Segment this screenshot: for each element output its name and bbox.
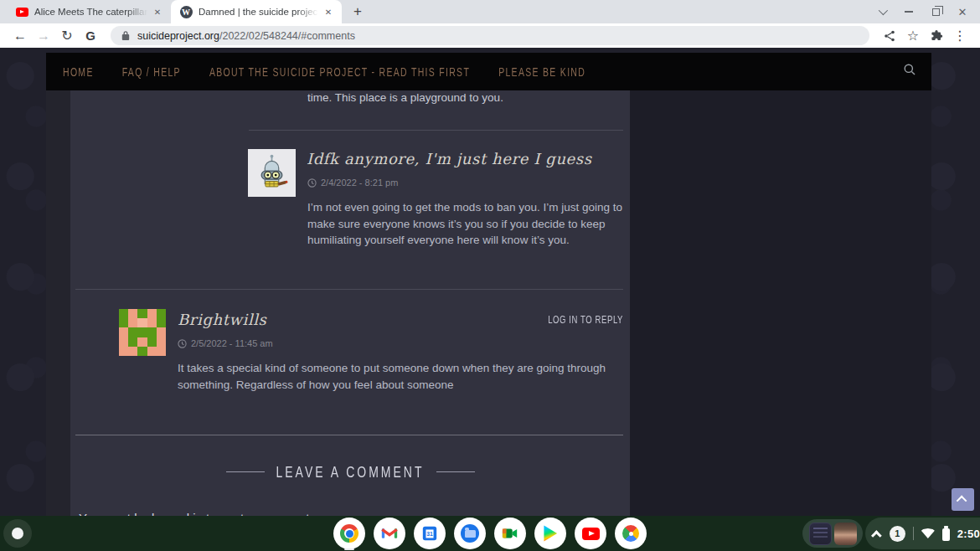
battery-icon bbox=[942, 528, 950, 541]
tab-alice-caterpillar[interactable]: Alice Meets The caterpillar - Alic ✕ bbox=[7, 0, 171, 23]
holding-space-tote[interactable] bbox=[802, 519, 863, 548]
clock-icon bbox=[307, 178, 317, 188]
tab-close-icon[interactable]: ✕ bbox=[322, 5, 335, 18]
comment-timestamp: 2/5/2022 - 11:45 am bbox=[191, 338, 273, 348]
partial-comment-text: time. This place is a playground to you. bbox=[307, 91, 503, 104]
comments-section: time. This place is a playground to you. bbox=[70, 90, 630, 516]
google-g-icon[interactable]: G bbox=[79, 25, 102, 47]
tab-suicide-project[interactable]: W Damned | the suicide project - su ✕ bbox=[171, 0, 342, 23]
chrome-running-indicator bbox=[344, 548, 354, 550]
chrome-app-icon[interactable] bbox=[333, 517, 366, 550]
extensions-puzzle-icon[interactable] bbox=[925, 25, 948, 47]
nav-item-please-be-kind[interactable]: PLEASE BE KIND bbox=[498, 64, 585, 78]
window-dropdown-icon[interactable] bbox=[874, 4, 890, 19]
chromeos-screen: Alice Meets The caterpillar - Alic ✕ W D… bbox=[0, 0, 980, 551]
tab-title: Alice Meets The caterpillar - Alic bbox=[34, 7, 147, 17]
screenshot-thumbnail-page[interactable] bbox=[809, 523, 832, 545]
screenshot-thumbnail-portrait[interactable] bbox=[834, 523, 857, 545]
webpage-viewport: HOME FAQ / HELP ABOUT THE SUICIDE PROJEC… bbox=[0, 48, 980, 516]
nav-item-home[interactable]: HOME bbox=[63, 64, 94, 78]
window-minimize-icon[interactable] bbox=[901, 4, 916, 19]
reload-icon[interactable]: ↻ bbox=[55, 25, 79, 47]
window-restore-icon[interactable] bbox=[928, 4, 943, 19]
comment-author[interactable]: Brightwills bbox=[178, 311, 266, 328]
back-icon[interactable]: ← bbox=[8, 25, 32, 47]
comment-body: I’m not even going to get the mods to ba… bbox=[307, 199, 626, 249]
shelf-app-dock: 31 bbox=[333, 517, 647, 550]
comment-meta: 2/4/2022 - 8:21 pm bbox=[307, 178, 398, 188]
address-bar[interactable]: suicideproject.org/2022/02/548244/#comme… bbox=[111, 26, 869, 45]
launcher-circle-icon bbox=[12, 528, 23, 539]
clock-icon bbox=[178, 339, 187, 348]
photos-app-icon[interactable] bbox=[614, 517, 647, 550]
comment-meta: 2/5/2022 - 11:45 am bbox=[178, 338, 273, 348]
nav-item-faq-help[interactable]: FAQ / HELP bbox=[122, 64, 181, 78]
youtube-app-icon[interactable] bbox=[574, 517, 607, 550]
notification-count-badge[interactable]: 1 bbox=[890, 526, 905, 542]
comment-timestamp: 2/4/2022 - 8:21 pm bbox=[321, 178, 398, 188]
wordpress-favicon-icon: W bbox=[179, 5, 193, 18]
tray-expand-chevron-icon[interactable] bbox=[871, 530, 882, 541]
files-app-icon[interactable] bbox=[453, 517, 487, 550]
tray-separator bbox=[913, 527, 914, 540]
new-tab-button[interactable]: + bbox=[347, 1, 369, 23]
browser-tab-strip: Alice Meets The caterpillar - Alic ✕ W D… bbox=[0, 0, 980, 23]
section-divider bbox=[75, 435, 623, 435]
url-text[interactable]: suicideproject.org/2022/02/548244/#comme… bbox=[137, 30, 355, 42]
forward-icon: → bbox=[32, 25, 55, 47]
scroll-to-top-button[interactable] bbox=[952, 488, 974, 511]
heading-rule-right bbox=[436, 471, 475, 472]
window-controls: ✕ bbox=[874, 0, 980, 23]
window-close-icon[interactable]: ✕ bbox=[955, 4, 970, 19]
meet-app-icon[interactable] bbox=[493, 517, 527, 550]
chevron-up-icon bbox=[957, 496, 967, 507]
site-content: time. This place is a playground to you. bbox=[46, 90, 931, 516]
leave-comment-heading: LEAVE A COMMENT bbox=[70, 465, 630, 478]
site-nav: HOME FAQ / HELP ABOUT THE SUICIDE PROJEC… bbox=[46, 53, 931, 90]
comment-author[interactable]: Idfk anymore, I'm just here I guess bbox=[307, 150, 592, 167]
gmail-app-icon[interactable] bbox=[373, 517, 406, 550]
leave-comment-text: LEAVE A COMMENT bbox=[276, 462, 425, 481]
comment-divider bbox=[249, 130, 623, 131]
tab-close-icon[interactable]: ✕ bbox=[151, 5, 164, 18]
lock-icon[interactable] bbox=[121, 30, 131, 41]
heading-rule-left bbox=[226, 471, 265, 472]
system-tray[interactable]: 1 2:50 bbox=[865, 518, 980, 549]
log-in-to-reply-link[interactable]: LOG IN TO REPLY bbox=[548, 314, 623, 326]
svg-text:31: 31 bbox=[426, 531, 433, 537]
browser-menu-icon[interactable]: ⋮ bbox=[948, 25, 972, 47]
site-container: HOME FAQ / HELP ABOUT THE SUICIDE PROJEC… bbox=[46, 53, 931, 516]
nav-item-about[interactable]: ABOUT THE SUICIDE PROJECT - READ THIS FI… bbox=[209, 64, 470, 78]
avatar-bender[interactable] bbox=[248, 149, 296, 197]
avatar-identicon[interactable] bbox=[119, 309, 166, 356]
clock-time: 2:50 bbox=[957, 528, 980, 540]
bookmark-star-icon[interactable]: ☆ bbox=[901, 25, 925, 47]
comment-body: It takes a special kind of someone to pu… bbox=[178, 360, 626, 393]
share-icon[interactable] bbox=[878, 25, 901, 47]
youtube-favicon-icon bbox=[15, 5, 28, 18]
play-store-app-icon[interactable] bbox=[534, 517, 567, 550]
article-gutter bbox=[46, 90, 70, 516]
launcher-button[interactable] bbox=[3, 519, 32, 548]
wifi-icon bbox=[921, 528, 935, 538]
chromeos-shelf: 31 bbox=[0, 516, 980, 551]
tab-title: Damned | the suicide project - su bbox=[199, 7, 318, 17]
comment-divider bbox=[75, 289, 623, 290]
site-search-icon[interactable] bbox=[903, 63, 916, 80]
calendar-app-icon[interactable]: 31 bbox=[413, 517, 446, 550]
browser-toolbar: ← → ↻ G suicideproject.org/2022/02/54824… bbox=[0, 23, 980, 48]
